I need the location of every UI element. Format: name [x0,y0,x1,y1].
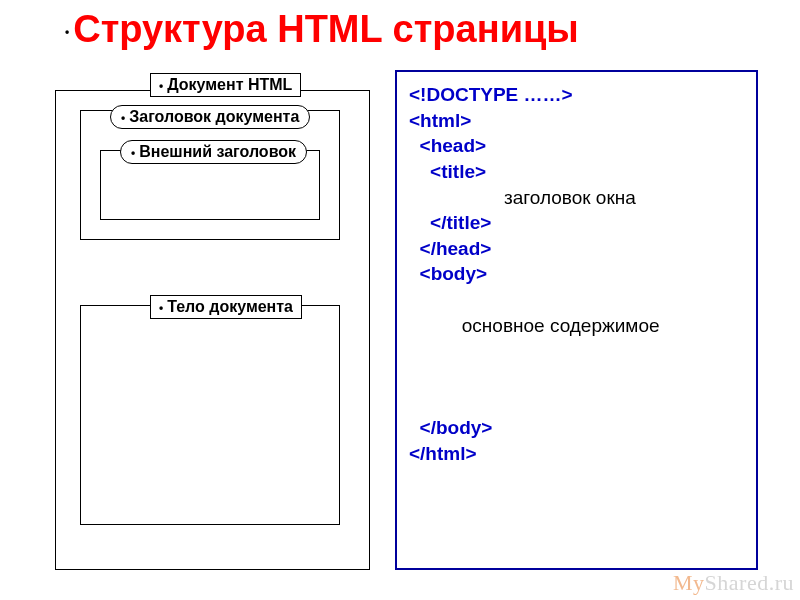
doc-label-box: •Документ HTML [150,73,301,97]
code-panel: <!DOCTYPE ……> <html> <head> <title> заго… [395,70,758,570]
body-label-box: •Тело документа [150,295,302,319]
title-inner-label: Внешний заголовок [139,143,296,160]
code-blank [409,289,414,310]
bullet-icon: • [65,25,69,39]
head-label: Заголовок документа [129,108,299,125]
code-blank3 [409,366,414,387]
watermark-right: Shared.ru [705,570,794,595]
code-blank2 [409,340,414,361]
code-blank4 [409,392,414,413]
code-title-close: </title> [409,212,491,233]
bullet-icon: • [159,301,163,315]
code-html-close: </html> [409,443,477,464]
watermark: MyShared.ru [673,570,794,596]
code-body-text: основное содержимое [409,315,660,336]
code-html-open: <html> [409,110,471,131]
bullet-icon: • [131,146,135,160]
slide-title-text: Структура HTML страницы [73,8,579,50]
bullet-icon: • [159,79,163,93]
code-doctype: <!DOCTYPE ……> [409,84,573,105]
code-title-open: <title> [409,161,486,182]
code-head-close: </head> [409,238,491,259]
body-label: Тело документа [167,298,293,315]
doc-label: Документ HTML [167,76,292,93]
head-label-box: •Заголовок документа [110,105,310,129]
title-label-box: •Внешний заголовок [120,140,307,164]
code-body-open: <body> [409,263,487,284]
code-title-text: заголовок окна [409,187,636,208]
body-section-box [80,305,340,525]
slide-title: •Структура HTML страницы [65,8,579,51]
code-head-open: <head> [409,135,486,156]
code-body-close: </body> [409,417,492,438]
watermark-left: My [673,570,705,595]
bullet-icon: • [121,111,125,125]
